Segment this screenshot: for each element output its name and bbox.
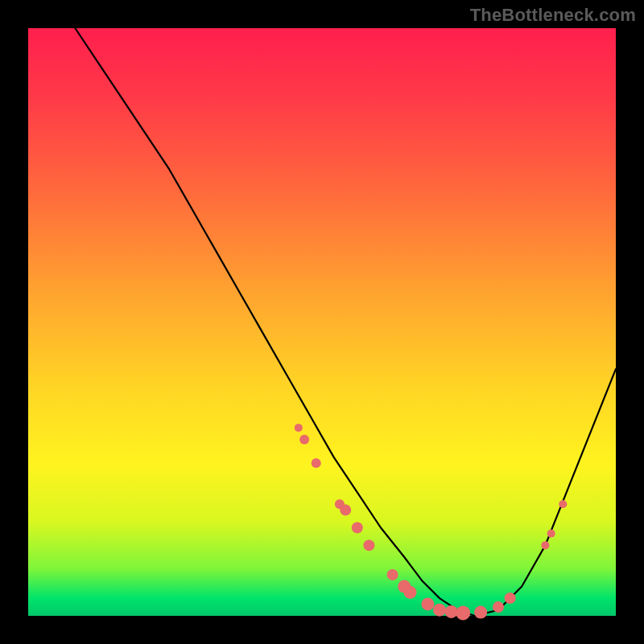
data-marker xyxy=(456,605,470,620)
data-marker xyxy=(493,601,504,613)
data-marker xyxy=(505,592,516,604)
data-marker xyxy=(352,522,363,534)
curve-svg xyxy=(28,28,616,616)
data-marker xyxy=(299,435,309,444)
marker-layer xyxy=(295,423,568,620)
chart-stage: TheBottleneck.com xyxy=(0,0,644,644)
bottleneck-curve xyxy=(75,28,616,616)
data-marker xyxy=(474,606,487,619)
plot-area xyxy=(28,28,616,616)
data-marker xyxy=(295,423,303,431)
data-marker xyxy=(387,569,398,580)
data-marker xyxy=(541,541,549,549)
watermark-text: TheBottleneck.com xyxy=(470,5,636,26)
data-marker xyxy=(433,604,446,617)
data-marker xyxy=(445,605,458,618)
data-marker xyxy=(363,539,374,551)
data-marker xyxy=(421,597,434,610)
data-marker xyxy=(312,458,321,468)
data-marker xyxy=(547,530,555,538)
data-marker xyxy=(340,505,351,516)
data-marker xyxy=(404,586,417,599)
data-marker xyxy=(559,500,567,508)
